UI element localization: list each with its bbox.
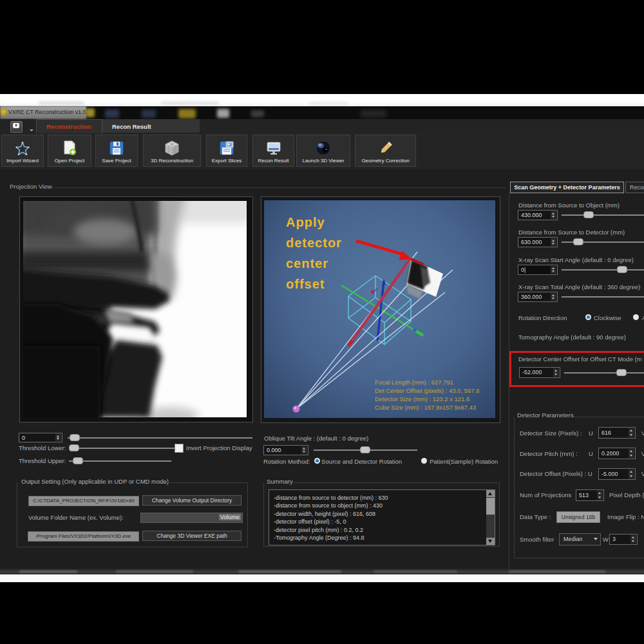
- svg-text:Focal Length (mm) : 627.791: Focal Length (mm) : 627.791: [375, 379, 453, 386]
- svg-text:Apply: Apply: [286, 215, 325, 229]
- svg-text:center: center: [286, 256, 328, 270]
- svg-text:offset: offset: [286, 277, 325, 291]
- svg-text:detector: detector: [286, 236, 342, 250]
- svg-text:Detector Size (mm) : 123.2 x 1: Detector Size (mm) : 123.2 x 121.6: [375, 395, 469, 402]
- svg-text:Det Center Offset (pixels) : 4: Det Center Offset (pixels) : 43.0, 567.6: [375, 387, 479, 394]
- svg-text:Cube Size (mm) : 157.9x157.9x8: Cube Size (mm) : 157.9x157.9x87.43: [375, 404, 476, 411]
